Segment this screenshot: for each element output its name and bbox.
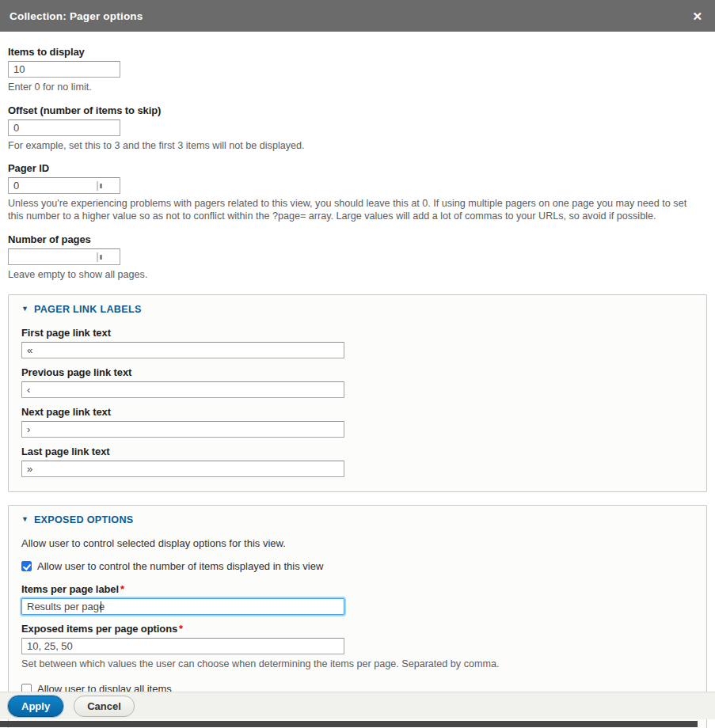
checkbox-checked-icon[interactable]: [21, 561, 32, 571]
next-page-link-input[interactable]: [21, 421, 344, 438]
items-to-display-help: Enter 0 for no limit.: [8, 82, 705, 94]
offset-label: Offset (number of items to skip): [8, 104, 707, 116]
number-spinner-icon[interactable]: [97, 181, 103, 191]
pager-id-label: Pager ID: [8, 162, 707, 174]
last-page-link-field: Last page link text: [21, 446, 694, 477]
pager-options-dialog: Collection: Pager options ✕ Items to dis…: [0, 0, 715, 728]
first-page-link-label: First page link text: [21, 327, 694, 339]
collapse-arrow-icon: ▼: [21, 305, 29, 313]
text-cursor: [101, 601, 101, 612]
items-per-page-label-input[interactable]: [21, 598, 344, 615]
dialog-body: Items to display Enter 0 for no limit. O…: [0, 32, 715, 728]
cancel-button[interactable]: Cancel: [74, 696, 135, 717]
exposed-items-per-page-label-text: Exposed items per page options: [21, 623, 177, 635]
collapse-arrow-icon: ▼: [21, 516, 29, 523]
number-of-pages-help: Leave empty to show all pages.: [8, 269, 705, 282]
background-page-strip: [0, 721, 698, 727]
exposed-items-per-page-help: Set between which values the user can ch…: [21, 658, 694, 671]
previous-page-link-label: Previous page link text: [21, 366, 694, 378]
first-page-link-input[interactable]: [21, 342, 344, 358]
close-icon[interactable]: ✕: [689, 9, 705, 24]
last-page-link-label: Last page link text: [21, 446, 694, 457]
next-page-link-label: Next page link text: [21, 406, 694, 418]
first-page-link-field: First page link text: [21, 327, 694, 358]
next-page-link-field: Next page link text: [21, 406, 694, 438]
pager-id-input[interactable]: [8, 177, 120, 194]
exposed-items-per-page-field: Exposed items per page options* Set betw…: [21, 623, 694, 671]
dialog-title: Collection: Pager options: [10, 10, 143, 22]
previous-page-link-input[interactable]: [21, 381, 344, 398]
offset-input[interactable]: [8, 119, 120, 136]
number-spinner-icon[interactable]: [97, 252, 103, 262]
pager-link-labels-legend[interactable]: ▼ PAGER LINK LABELS: [21, 304, 694, 315]
legend-text: PAGER LINK LABELS: [34, 304, 142, 315]
dialog-button-pane: Apply Cancel: [0, 692, 715, 719]
number-of-pages-field: Number of pages Leave empty to show all …: [8, 233, 707, 282]
required-asterisk: *: [120, 583, 124, 595]
apply-button[interactable]: Apply: [8, 696, 63, 717]
items-per-page-label-text: Items per page label: [21, 583, 119, 595]
items-to-display-field: Items to display Enter 0 for no limit.: [8, 46, 707, 94]
previous-page-link-field: Previous page link text: [21, 366, 694, 398]
dialog-header: Collection: Pager options ✕: [0, 0, 715, 32]
items-to-display-input[interactable]: [8, 61, 120, 78]
last-page-link-input[interactable]: [21, 461, 344, 477]
pager-id-help: Unless you're experiencing problems with…: [8, 198, 705, 222]
number-of-pages-input[interactable]: [8, 248, 120, 265]
offset-help: For example, set this to 3 and the first…: [8, 140, 705, 153]
offset-field: Offset (number of items to skip) For exa…: [8, 104, 707, 153]
exposed-options-intro: Allow user to control selected display o…: [21, 537, 694, 549]
exposed-options-legend[interactable]: ▼ EXPOSED OPTIONS: [21, 514, 694, 525]
allow-control-items-checkbox[interactable]: Allow user to control the number of item…: [21, 560, 694, 572]
pager-id-field: Pager ID Unless you're experiencing prob…: [8, 162, 707, 222]
pager-link-labels-fieldset: ▼ PAGER LINK LABELS First page link text…: [8, 294, 707, 492]
allow-control-items-label: Allow user to control the number of item…: [37, 560, 323, 572]
items-per-page-label-field: Items per page label*: [21, 583, 694, 615]
legend-text: EXPOSED OPTIONS: [34, 514, 134, 525]
number-of-pages-label: Number of pages: [8, 233, 707, 245]
required-asterisk: *: [179, 623, 183, 635]
exposed-items-per-page-input[interactable]: [21, 638, 344, 654]
items-to-display-label: Items to display: [8, 46, 707, 58]
